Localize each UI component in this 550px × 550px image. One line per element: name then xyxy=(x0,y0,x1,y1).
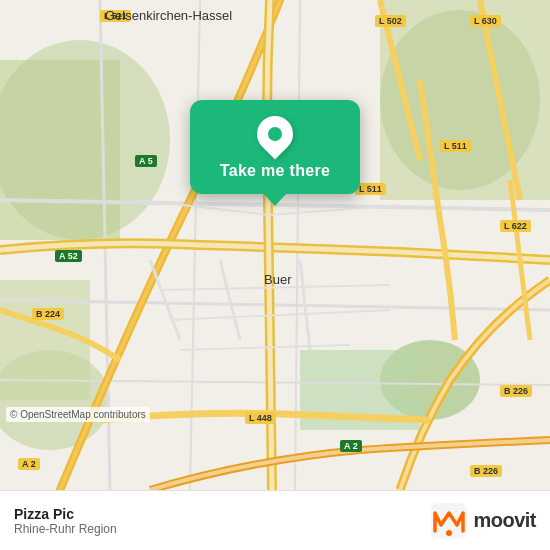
map-attribution: © OpenStreetMap contributors xyxy=(6,407,150,422)
l622-label: L 622 xyxy=(500,220,531,232)
region-label: Gelsenkirchen-Hassel xyxy=(105,8,232,23)
l448-label: L 448 xyxy=(245,412,276,424)
a2-label: A 2 xyxy=(340,440,362,452)
svg-point-23 xyxy=(446,530,452,536)
city-label: Buer xyxy=(264,272,291,287)
popup-card: Take me there xyxy=(190,100,360,194)
svg-rect-6 xyxy=(0,280,90,400)
location-pin xyxy=(250,109,301,160)
svg-line-21 xyxy=(180,345,350,350)
l502-label: L 502 xyxy=(375,15,406,27)
take-me-there-button[interactable]: Take me there xyxy=(220,160,330,182)
moovit-icon-svg xyxy=(431,503,467,539)
place-info: Pizza Pic Rhine-Ruhr Region xyxy=(14,506,117,536)
b226a-label: B 226 xyxy=(470,465,502,477)
a5-label: A 5 xyxy=(135,155,157,167)
bottom-bar: Pizza Pic Rhine-Ruhr Region moovit xyxy=(0,490,550,550)
moovit-logo: moovit xyxy=(431,503,536,539)
a52-label: A 52 xyxy=(55,250,82,262)
svg-point-1 xyxy=(0,40,170,240)
svg-line-20 xyxy=(170,310,390,320)
a2-left-label: A 2 xyxy=(18,458,40,470)
b224-label: B 224 xyxy=(32,308,64,320)
l630-label: L 630 xyxy=(470,15,501,27)
place-subtitle: Rhine-Ruhr Region xyxy=(14,522,117,536)
map-container: A 5 A 52 B 224 L 511 L 511 L 502 L 630 L… xyxy=(0,0,550,490)
moovit-text: moovit xyxy=(473,509,536,532)
place-title: Pizza Pic xyxy=(14,506,117,522)
svg-line-14 xyxy=(150,260,180,340)
pin-inner xyxy=(268,127,282,141)
b226b-label: B 226 xyxy=(500,385,532,397)
l511c-label: L 511 xyxy=(440,140,471,152)
svg-line-15 xyxy=(220,260,240,340)
